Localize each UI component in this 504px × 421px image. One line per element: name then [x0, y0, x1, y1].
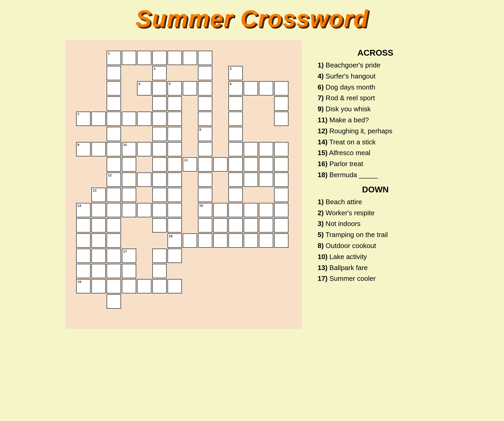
cell-r3c13[interactable] [274, 96, 288, 111]
cell-r1c10[interactable]: 3 [228, 66, 243, 80]
cell-r11c11[interactable] [244, 218, 258, 233]
cell-r2c4[interactable]: 4 [137, 81, 151, 96]
cell-r16c2[interactable] [107, 294, 121, 309]
cell-r13c5[interactable] [152, 249, 167, 263]
cell-r8c10[interactable] [228, 172, 243, 187]
cell-r8c5[interactable] [152, 172, 167, 187]
cell-r10c8[interactable]: 15 [198, 203, 212, 217]
cell-r12c10[interactable] [228, 233, 243, 248]
cell-r13c6[interactable] [167, 249, 182, 263]
cell-r13c2[interactable] [107, 249, 121, 263]
cell-r10c9[interactable] [213, 203, 228, 217]
cell-r14c3[interactable] [122, 264, 136, 278]
cell-r11c1[interactable] [91, 218, 106, 233]
cell-r2c7[interactable] [183, 81, 197, 96]
cell-r12c11[interactable] [244, 233, 258, 248]
cell-r8c8[interactable] [198, 172, 212, 187]
cell-r5c8[interactable]: 8 [198, 127, 212, 141]
cell-r6c11[interactable] [244, 142, 258, 156]
cell-r10c5[interactable] [152, 203, 167, 217]
cell-r7c12[interactable] [259, 157, 273, 172]
cell-r0c6[interactable] [167, 51, 182, 65]
cell-r6c4[interactable] [137, 142, 151, 156]
cell-r12c6[interactable]: 16 [167, 233, 182, 248]
cell-r0c3[interactable] [122, 51, 136, 65]
cell-r10c13[interactable] [274, 203, 288, 217]
cell-r9c3[interactable] [122, 188, 136, 202]
cell-r6c10[interactable] [228, 142, 243, 156]
cell-r13c3[interactable]: 17 [122, 249, 136, 263]
cell-r15c5[interactable] [152, 279, 167, 293]
cell-r10c6[interactable] [167, 203, 182, 217]
cell-r7c2[interactable] [107, 157, 121, 172]
cell-r11c9[interactable] [213, 218, 228, 233]
cell-r3c2[interactable] [107, 96, 121, 111]
cell-r8c11[interactable] [244, 172, 258, 187]
cell-r7c8[interactable] [198, 157, 212, 172]
cell-r14c5[interactable] [152, 264, 167, 278]
cell-r4c5[interactable] [152, 112, 167, 126]
cell-r3c8[interactable] [198, 96, 212, 111]
cell-r7c5[interactable] [152, 157, 167, 172]
cell-r11c8[interactable] [198, 218, 212, 233]
cell-r6c6[interactable] [167, 142, 182, 156]
cell-r11c0[interactable] [76, 218, 91, 233]
cell-r1c5[interactable]: 2 [152, 66, 167, 80]
cell-r7c3[interactable] [122, 157, 136, 172]
cell-r6c3[interactable]: 10 [122, 142, 136, 156]
cell-r8c12[interactable] [259, 172, 273, 187]
cell-r0c2[interactable]: 1 [107, 51, 121, 65]
cell-r12c8[interactable] [198, 233, 212, 248]
cell-r9c2[interactable] [107, 188, 121, 202]
cell-r15c1[interactable] [91, 279, 106, 293]
cell-r15c4[interactable] [137, 279, 151, 293]
cell-r4c6[interactable] [167, 112, 182, 126]
cell-r10c0[interactable]: 14 [76, 203, 91, 217]
cell-r14c0[interactable] [76, 264, 91, 278]
cell-r15c6[interactable] [167, 279, 182, 293]
cell-r12c2[interactable] [107, 233, 121, 248]
cell-r6c12[interactable] [259, 142, 273, 156]
cell-r10c4[interactable] [137, 203, 151, 217]
cell-r11c6[interactable] [167, 218, 182, 233]
cell-r6c8[interactable] [198, 142, 212, 156]
cell-r10c1[interactable] [91, 203, 106, 217]
cell-r0c4[interactable] [137, 51, 151, 65]
cell-r1c2[interactable] [107, 66, 121, 80]
cell-r12c0[interactable] [76, 233, 91, 248]
cell-r12c9[interactable] [213, 233, 228, 248]
cell-r2c12[interactable] [259, 81, 273, 96]
cell-r5c2[interactable] [107, 127, 121, 141]
cell-r7c7[interactable]: 11 [183, 157, 197, 172]
cell-r11c12[interactable] [259, 218, 273, 233]
cell-r7c10[interactable] [228, 157, 243, 172]
cell-r9c10[interactable] [228, 188, 243, 202]
cell-r5c5[interactable] [152, 127, 167, 141]
cell-r8c2[interactable]: 12 [107, 172, 121, 187]
cell-r14c1[interactable] [91, 264, 106, 278]
cell-r8c4[interactable] [137, 172, 151, 187]
cell-r9c1[interactable]: 13 [91, 188, 106, 202]
cell-r11c10[interactable] [228, 218, 243, 233]
cell-r14c2[interactable] [107, 264, 121, 278]
cell-r0c7[interactable] [183, 51, 197, 65]
cell-r0c5[interactable] [152, 51, 167, 65]
cell-r12c1[interactable] [91, 233, 106, 248]
cell-r4c13[interactable] [274, 112, 288, 126]
cell-r4c10[interactable] [228, 112, 243, 126]
cell-r2c13[interactable] [274, 81, 288, 96]
cell-r2c5[interactable] [152, 81, 167, 96]
cell-r9c8[interactable] [198, 188, 212, 202]
cell-r11c13[interactable] [274, 218, 288, 233]
cell-r10c11[interactable] [244, 203, 258, 217]
cell-r10c2[interactable] [107, 203, 121, 217]
cell-r6c2[interactable] [107, 142, 121, 156]
cell-r9c6[interactable] [167, 188, 182, 202]
cell-r8c13[interactable] [274, 172, 288, 187]
cell-r2c8[interactable] [198, 81, 212, 96]
cell-r3c5[interactable] [152, 96, 167, 111]
cell-r3c10[interactable] [228, 96, 243, 111]
cell-r1c8[interactable] [198, 66, 212, 80]
cell-r13c0[interactable] [76, 249, 91, 263]
cell-r12c13[interactable] [274, 233, 288, 248]
